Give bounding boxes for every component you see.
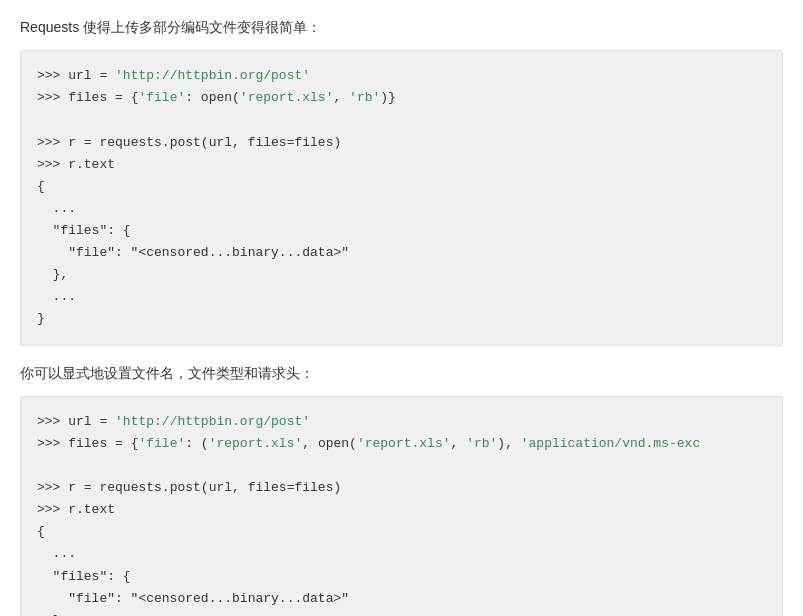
- code-line: >>> url = 'http://httpbin.org/post': [37, 414, 310, 429]
- code-line: >>> files = {'file': ('report.xls', open…: [37, 436, 700, 451]
- code-line: >>> r.text: [37, 157, 115, 172]
- code-line: >>> files = {'file': open('report.xls', …: [37, 90, 396, 105]
- intro-text-2: 你可以显式地设置文件名，文件类型和请求头：: [20, 362, 783, 384]
- code-line: { ... "files": { "file": "<censored...bi…: [37, 179, 349, 327]
- code-block-1: >>> url = 'http://httpbin.org/post' >>> …: [20, 50, 783, 345]
- code-line: >>> r = requests.post(url, files=files): [37, 480, 341, 495]
- code-line: >>> url = 'http://httpbin.org/post': [37, 68, 310, 83]
- code-line: >>> r = requests.post(url, files=files): [37, 135, 341, 150]
- intro-text-1: Requests 使得上传多部分编码文件变得很简单：: [20, 16, 783, 38]
- code-block-2: >>> url = 'http://httpbin.org/post' >>> …: [20, 396, 783, 616]
- code-line: { ... "files": { "file": "<censored...bi…: [37, 524, 349, 616]
- page-container: Requests 使得上传多部分编码文件变得很简单： >>> url = 'ht…: [0, 0, 803, 616]
- code-line: >>> r.text: [37, 502, 115, 517]
